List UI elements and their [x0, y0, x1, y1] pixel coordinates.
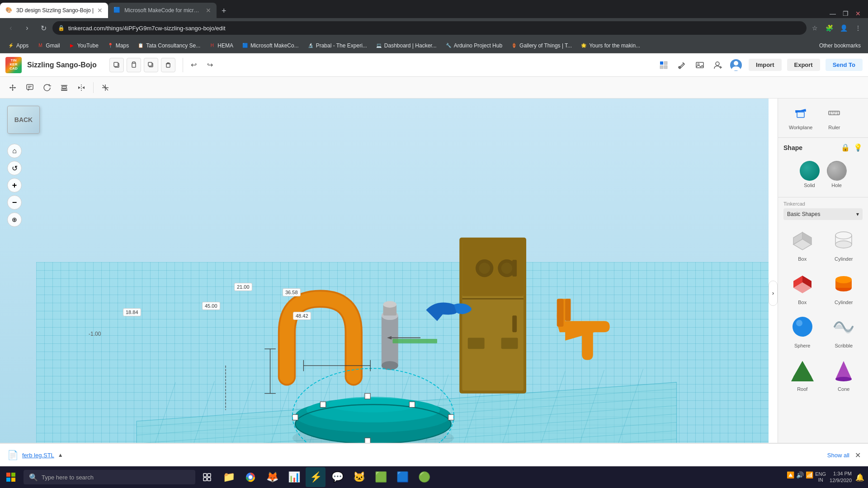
export-button[interactable]: Export [787, 59, 820, 71]
taskbar-powerpoint[interactable]: 📊 [284, 467, 304, 487]
shape-cylinder-wireframe[interactable]: Cylinder [825, 224, 863, 263]
taskbar-firefox[interactable]: 🦊 [262, 467, 282, 487]
zoom-in-button[interactable]: + [7, 178, 22, 192]
rotate-view-button[interactable]: ↺ [7, 161, 22, 175]
taskbar-file-explorer[interactable]: 📁 [219, 467, 239, 487]
tray-arrow-icon[interactable]: 🔼 [787, 471, 794, 483]
bookmark-arduino[interactable]: 🔧 Arduino Project Hub [441, 41, 506, 50]
download-close-button[interactable]: ✕ [855, 451, 861, 460]
language-label[interactable]: ENGIN [815, 471, 826, 483]
solid-type[interactable]: Solid [800, 161, 820, 188]
fit-view-button[interactable]: ⊕ [7, 212, 22, 227]
toolbar-paste[interactable] [127, 58, 141, 72]
back-button[interactable]: ‹ [4, 21, 18, 35]
shape-cylinder-solid[interactable]: Cylinder [825, 267, 863, 307]
bookmark-yours[interactable]: 🌟 Yours for the makin... [576, 41, 644, 50]
bookmark-youtube[interactable]: ▶ YouTube [65, 41, 102, 50]
system-clock[interactable]: 1:34 PM 12/9/2020 [830, 470, 852, 484]
home-view-button[interactable]: ⌂ [7, 144, 22, 158]
tools-icon[interactable] [675, 58, 689, 72]
taskbar-chrome[interactable] [241, 467, 260, 487]
taskbar-app9[interactable]: 🟦 [392, 467, 412, 487]
workplane-button[interactable]: Workplane [783, 102, 818, 134]
bookmark-hema[interactable]: H HEMA [205, 41, 237, 50]
align-tool[interactable] [57, 80, 71, 95]
mirror-tool[interactable] [74, 80, 89, 95]
user-avatar[interactable] [729, 58, 743, 72]
other-bookmarks[interactable]: Other bookmarks [816, 42, 864, 50]
align-button[interactable] [98, 80, 113, 95]
start-button[interactable] [0, 466, 22, 488]
lock-icon[interactable]: 🔒 [841, 143, 850, 152]
maximize-button[interactable]: ❐ [841, 9, 850, 18]
bookmark-dashboard[interactable]: 💻 Dashboard | Hacker... [372, 41, 440, 50]
toolbar-delete[interactable] [161, 58, 175, 72]
hole-type[interactable]: Hole [827, 161, 847, 188]
network-icon[interactable]: 📶 [806, 471, 813, 483]
download-filename[interactable]: ferb leg.STL [22, 452, 54, 459]
chrome-menu-icon[interactable]: ⋮ [852, 22, 864, 34]
bookmark-prabal[interactable]: 🔬 Prabal - The Experi... [303, 41, 371, 50]
rotate-tool[interactable] [40, 80, 54, 95]
zoom-out-button[interactable]: − [7, 195, 22, 210]
download-chevron-icon[interactable]: ▲ [58, 452, 63, 458]
bookmark-gallery[interactable]: 🏺 Gallery of Things | T... [507, 41, 576, 50]
toolbar-duplicate[interactable] [144, 58, 158, 72]
comment-tool[interactable] [23, 80, 37, 95]
undo-button[interactable]: ↩ [187, 58, 201, 72]
shape-scribble[interactable]: Scribble [825, 310, 863, 350]
taskbar-scratch[interactable]: 🐱 [349, 467, 369, 487]
workspace-canvas[interactable]: BACK ⌂ ↺ + − ⊕ [0, 99, 769, 488]
bookmark-apps[interactable]: ⚡ Apps [4, 41, 32, 50]
light-icon[interactable]: 💡 [854, 143, 863, 152]
shape-cone[interactable]: Cone [825, 354, 863, 394]
category-dropdown[interactable]: Basic Shapes ▾ [783, 208, 863, 220]
taskbar-green-app[interactable]: 🟩 [371, 467, 391, 487]
panel-toggle-chevron[interactable]: › [769, 281, 778, 306]
bookmark-star-icon[interactable]: ☆ [808, 22, 821, 34]
sendto-button[interactable]: Send To [826, 59, 863, 71]
tab-close-2[interactable]: ✕ [206, 7, 211, 14]
bookmark-tcs[interactable]: 📋 Tata Consultancy Se... [133, 41, 204, 50]
tab-close-1[interactable]: ✕ [97, 7, 103, 14]
minimize-button[interactable]: — [828, 9, 837, 18]
toolbar-copy[interactable] [109, 58, 124, 72]
search-box[interactable]: 🔍 Type here to search [24, 470, 195, 484]
shape-sphere[interactable]: Sphere [783, 310, 821, 350]
forward-button[interactable]: › [20, 21, 34, 35]
bookmark-maps[interactable]: 📍 Maps [103, 41, 132, 50]
hole-circle[interactable] [827, 161, 847, 181]
ruler-button[interactable]: Ruler [821, 102, 847, 134]
tab-1[interactable]: 🎨 3D design Sizzling Sango-Bojo | ✕ [0, 3, 108, 18]
taskbar-arduino[interactable]: ⚡ [306, 467, 326, 487]
tinkercad-logo[interactable]: TIN KER CAD [5, 57, 22, 73]
solid-circle[interactable] [800, 161, 820, 181]
refresh-button[interactable]: ↻ [36, 21, 51, 35]
bookmark-gmail[interactable]: M Gmail [33, 41, 63, 50]
import-button[interactable]: Import [749, 59, 781, 71]
view-cube[interactable]: BACK [7, 106, 40, 134]
shape-box-wireframe[interactable]: Box [783, 224, 821, 263]
close-button[interactable]: ✕ [854, 9, 863, 18]
scribble-label: Scribble [835, 343, 853, 348]
profile-icon[interactable]: 👤 [837, 22, 850, 34]
redo-button[interactable]: ↪ [203, 58, 217, 72]
gallery-icon[interactable] [693, 58, 707, 72]
new-tab-button[interactable]: + [217, 4, 231, 18]
add-user-icon[interactable] [711, 58, 725, 72]
volume-icon[interactable]: 🔊 [796, 471, 804, 483]
address-bar[interactable]: 🔒 tinkercad.com/things/4iPFyG9m7cw-sizzl… [52, 21, 807, 35]
show-all-button[interactable]: Show all [827, 452, 849, 459]
taskbar-green2[interactable]: 🟢 [414, 467, 434, 487]
move-tool[interactable] [5, 80, 20, 95]
tab-2[interactable]: 🟦 Microsoft MakeCode for micro:b... ✕ [108, 3, 217, 18]
bookmark-makecode[interactable]: 🟦 Microsoft MakeCo... [238, 41, 302, 50]
notification-icon[interactable]: 🔔 [855, 473, 864, 482]
task-view-button[interactable] [197, 467, 217, 487]
shape-roof[interactable]: Roof [783, 354, 821, 394]
view-grid-icon[interactable] [656, 58, 671, 72]
extensions-icon[interactable]: 🧩 [823, 22, 835, 34]
taskbar-slack[interactable]: 💬 [327, 467, 347, 487]
cone-label: Cone [838, 386, 849, 392]
shape-box-solid[interactable]: Box [783, 267, 821, 307]
